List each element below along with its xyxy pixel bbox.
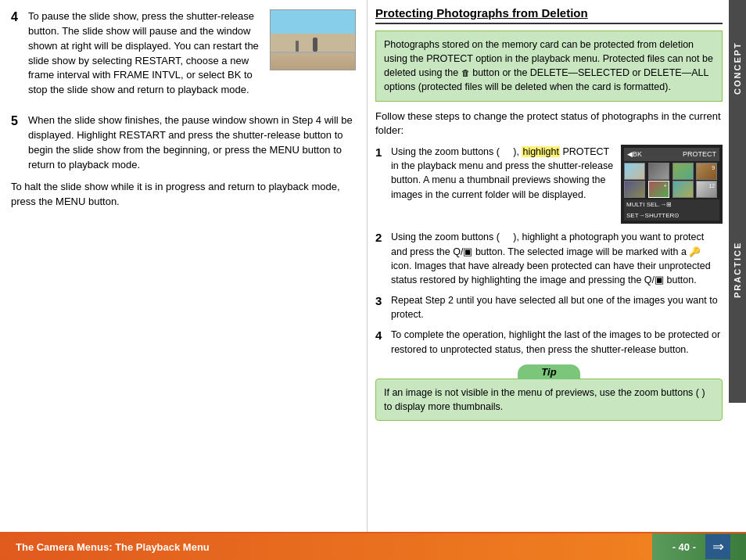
step3-number: 3 — [375, 293, 391, 310]
thumb-1 — [624, 163, 645, 180]
camera-status-text2: SET→SHUTTER⊙ — [626, 211, 680, 221]
step4-block: 4 To pause the slide show, press the shu… — [11, 9, 356, 106]
camera-menu-bar: ◀BK PROTECT — [624, 148, 719, 161]
halt-paragraph: To halt the slide show while it is in pr… — [11, 180, 356, 210]
next-page-button[interactable]: ⇒ — [705, 534, 730, 559]
step5-block: 5 When the slide show finishes, the paus… — [11, 113, 356, 172]
concept-label: CONCEPT — [729, 0, 746, 137]
footer-right: - 40 - ⇒ — [652, 533, 746, 560]
tip-text: If an image is not visible in the menu o… — [384, 387, 705, 412]
concept-green-box: Photographs stored on the memory card ca… — [375, 31, 723, 102]
practice-step2: 2 Using the zoom buttons ( ), highlight … — [375, 230, 723, 287]
step4r-number: 4 — [375, 327, 391, 344]
step1-text: Using the zoom buttons ( ), highlight PR… — [391, 145, 616, 202]
tip-label: Tip — [541, 366, 556, 378]
page-number: - 40 - — [672, 541, 696, 553]
practice-label: PRACTICE — [729, 137, 746, 403]
camera-status-bar: MULTI SEL.→⊞ — [624, 199, 719, 210]
step4-text: To pause the slide show, press the shutt… — [28, 9, 262, 98]
practice-step4: 4 To complete the operation, highlight t… — [375, 328, 723, 356]
tip-bubble: Tip — [518, 364, 580, 379]
camera-menu-left: ◀BK — [627, 149, 642, 160]
footer-left: The Camera Menus: The Playback Menu — [0, 533, 652, 560]
beach-image — [270, 9, 356, 70]
thumb-5 — [624, 181, 645, 198]
camera-status-bar2: SET→SHUTTER⊙ — [624, 210, 719, 221]
practice-step3: 3 Repeat Step 2 until you have selected … — [375, 293, 723, 321]
step2-number: 2 — [375, 229, 391, 246]
thumb-grid: 9 + 12 — [624, 163, 719, 198]
right-panel: CONCEPT PRACTICE Protecting Photographs … — [368, 0, 746, 532]
trash-icon: 🗑 — [461, 67, 470, 80]
camera-menu-right: PROTECT — [683, 149, 716, 160]
camera-ui: ◀BK PROTECT 9 + — [621, 145, 723, 224]
thumb-4: 9 — [696, 163, 717, 180]
left-panel: 4 To pause the slide show, press the shu… — [0, 0, 368, 532]
step4r-text: To complete the operation, highlight the… — [391, 328, 723, 356]
footer-left-text: The Camera Menus: The Playback Menu — [16, 541, 210, 553]
step3-text: Repeat Step 2 until you have selected al… — [391, 293, 723, 321]
thumb-8: 12 — [696, 181, 717, 198]
step1-layout: Using the zoom buttons ( ), highlight PR… — [391, 145, 723, 224]
tip-section: Tip If an image is not visible in the me… — [375, 364, 723, 421]
step5-number: 5 — [11, 112, 28, 172]
highlight-word: highlight — [522, 146, 560, 157]
step4-number: 4 — [11, 8, 28, 98]
camera-status-text: MULTI SEL.→⊞ — [626, 200, 672, 210]
step5-text: When the slide show finishes, the pause … — [28, 113, 356, 172]
key-icon: 🔑 — [689, 246, 701, 259]
right-content: Protecting Photographs from Deletion Pho… — [368, 0, 746, 532]
step1-number: 1 — [375, 144, 391, 161]
section-title: Protecting Photographs from Deletion — [375, 6, 723, 24]
thumb-7 — [672, 181, 694, 198]
thumb-6-selected: + — [648, 181, 669, 198]
concept-text: Photographs stored on the memory card ca… — [384, 39, 713, 92]
step2-text: Using the zoom buttons ( ), highlight a … — [391, 230, 723, 287]
intro-text: Follow these steps to change the protect… — [375, 109, 723, 139]
thumb-3 — [672, 163, 694, 180]
beach-figure — [313, 38, 317, 52]
thumb-2 — [648, 163, 669, 180]
footer: The Camera Menus: The Playback Menu - 40… — [0, 532, 746, 560]
tip-box: If an image is not visible in the menu o… — [375, 379, 723, 421]
practice-step1: 1 Using the zoom buttons ( ), highlight … — [375, 145, 723, 224]
